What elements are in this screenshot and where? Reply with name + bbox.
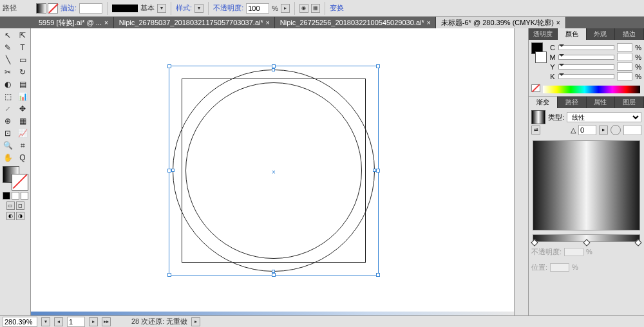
tab-attribute[interactable]: 属性 <box>587 97 616 108</box>
graph-tool[interactable]: 📊 <box>15 91 30 102</box>
aspect-field[interactable] <box>623 125 641 135</box>
fill-stroke-swatches[interactable] <box>36 3 58 14</box>
pen-tool[interactable]: ✎ <box>1 42 15 53</box>
type-tool[interactable]: T <box>15 42 30 53</box>
close-icon[interactable]: × <box>556 19 560 26</box>
angle-step-icon[interactable]: ▸ <box>599 126 608 135</box>
freeform-tool[interactable]: ⬚ <box>1 91 15 102</box>
close-icon[interactable]: × <box>104 19 108 26</box>
slice-tool[interactable]: 🔍 <box>1 140 15 151</box>
fill-stroke-control[interactable] <box>3 166 28 191</box>
resize-handle[interactable] <box>376 64 380 68</box>
tab-stroke[interactable]: 描边 <box>615 28 644 40</box>
channel-c-slider[interactable] <box>558 45 614 50</box>
misc-b-icon[interactable]: ◑ <box>16 212 24 220</box>
close-icon[interactable]: × <box>266 19 270 26</box>
style-dropdown-icon[interactable]: ▾ <box>194 4 204 13</box>
gradient-large-preview[interactable] <box>533 140 640 230</box>
tab-transparency[interactable]: 透明度 <box>529 28 558 40</box>
rotate-tool[interactable]: ↻ <box>15 66 30 78</box>
stroke-weight-field[interactable] <box>79 3 102 14</box>
channel-y-slider[interactable] <box>558 64 614 70</box>
warp-tool[interactable]: ▤ <box>15 79 30 90</box>
channel-k-slider[interactable] <box>558 74 614 79</box>
artboard-last-icon[interactable]: ▸▸ <box>102 317 111 326</box>
resize-handle[interactable] <box>272 273 276 277</box>
gradient-stop[interactable] <box>634 239 641 246</box>
screen-mode-icon[interactable]: ▭ <box>6 201 15 210</box>
scrollbar-track[interactable] <box>31 312 514 315</box>
direct-selection-tool[interactable]: ⇱ <box>15 30 30 41</box>
channel-m-field[interactable] <box>617 53 632 61</box>
blend-tool[interactable]: ▦ <box>15 115 30 127</box>
gradient-stop[interactable] <box>583 239 590 246</box>
gradient-stop[interactable] <box>531 239 538 246</box>
fill-swatch[interactable] <box>36 3 46 14</box>
angle-field[interactable] <box>578 125 596 135</box>
tab-layer[interactable]: 图层 <box>615 97 644 108</box>
channel-k-field[interactable] <box>617 72 632 80</box>
opacity-field[interactable] <box>246 3 269 14</box>
scissors-tool[interactable]: ✂ <box>1 66 15 78</box>
tab-gradient[interactable]: 渐变 <box>529 97 558 108</box>
anchor-point[interactable] <box>272 68 275 71</box>
recolor-button[interactable]: ◉ <box>299 4 308 13</box>
eyedropper-tool[interactable]: ⊕ <box>1 115 15 127</box>
gradient-preview[interactable] <box>531 110 545 124</box>
opacity-link[interactable]: 不透明度: <box>213 3 243 13</box>
align-button[interactable]: ▦ <box>311 4 320 13</box>
selection-tool[interactable]: ↖ <box>1 30 15 41</box>
gradient-tool[interactable]: ✥ <box>15 103 30 115</box>
tab-appearance[interactable]: 外观 <box>587 28 616 40</box>
style-link[interactable]: 样式: <box>176 3 192 13</box>
color-panel-swatch[interactable] <box>531 42 547 72</box>
status-menu-icon[interactable]: ▸ <box>191 317 200 326</box>
symbol-tool[interactable]: ⊡ <box>1 127 15 139</box>
hand-tool[interactable]: ✋ <box>1 152 15 164</box>
artboard-prev-icon[interactable]: ◂ <box>54 317 63 326</box>
channel-c-field[interactable] <box>617 43 632 51</box>
resize-handle[interactable] <box>167 64 171 68</box>
mesh-tool[interactable]: ⟋ <box>1 103 15 115</box>
stroke-link[interactable]: 描边: <box>61 3 77 13</box>
tab-color[interactable]: 颜色 <box>558 28 587 40</box>
spectrum-picker[interactable] <box>543 86 640 93</box>
reflect-tool[interactable]: ◐ <box>1 79 15 90</box>
line-tool[interactable]: ╲ <box>1 54 15 66</box>
transform-link[interactable]: 变换 <box>330 3 344 13</box>
tab-path[interactable]: 路径 <box>558 97 587 108</box>
anchor-point[interactable] <box>272 270 275 273</box>
close-icon[interactable]: × <box>427 19 431 26</box>
artboard-tool[interactable]: ⌗ <box>15 140 30 151</box>
anchor-point[interactable] <box>373 169 376 172</box>
gradient-mode-icon[interactable] <box>12 192 19 200</box>
zoom-dropdown-icon[interactable]: ▾ <box>41 317 50 326</box>
resize-handle[interactable] <box>376 273 380 277</box>
none-mode-icon[interactable] <box>21 192 28 200</box>
artboard-field[interactable] <box>67 317 85 327</box>
canvas[interactable]: × <box>31 28 514 315</box>
misc-a-icon[interactable]: ◐ <box>6 212 15 220</box>
none-color-icon[interactable] <box>531 84 540 92</box>
gradient-ramp[interactable] <box>533 234 640 242</box>
artboard-next-icon[interactable]: ▸ <box>89 317 98 326</box>
stroke-box[interactable] <box>12 174 28 191</box>
stroke-swatch[interactable] <box>48 3 58 14</box>
color-mode-icon[interactable] <box>3 192 10 200</box>
zoom-tool[interactable]: Q <box>15 152 30 164</box>
aspect-ratio-icon[interactable] <box>611 125 621 135</box>
stroke-style-preview[interactable] <box>112 5 138 12</box>
reverse-gradient-icon[interactable]: ⇄ <box>531 126 540 135</box>
opacity-dropdown-icon[interactable]: ▸ <box>281 4 290 13</box>
column-tool[interactable]: 📈 <box>15 127 30 139</box>
rectangle-tool[interactable]: ▭ <box>15 54 30 66</box>
document-tab[interactable]: 5959 [转换].ai* @ ...× <box>33 17 114 28</box>
anchor-point[interactable] <box>171 169 175 172</box>
channel-y-field[interactable] <box>617 62 632 71</box>
channel-m-slider[interactable] <box>558 55 614 60</box>
panel-rail[interactable] <box>514 28 528 315</box>
gradient-type-select[interactable]: 线性 <box>567 112 641 122</box>
document-tab[interactable]: Nipic_26725256_20180322100545029030.ai* … <box>275 17 436 28</box>
stroke-dropdown-icon[interactable]: ▾ <box>157 4 166 13</box>
resize-handle[interactable] <box>376 169 380 173</box>
